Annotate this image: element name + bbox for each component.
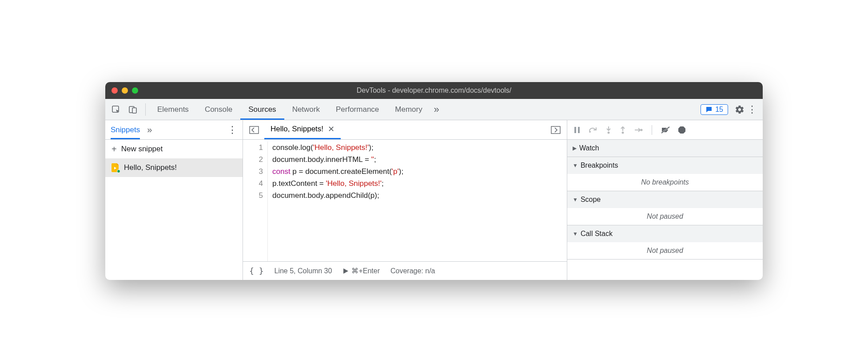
issues-badge[interactable]: 15 [701, 104, 728, 115]
titlebar: DevTools - developer.chrome.com/docs/dev… [105, 82, 763, 99]
debug-section-body: Not paused [567, 242, 763, 259]
svg-point-7 [589, 131, 591, 133]
step-out-icon[interactable] [620, 126, 626, 134]
svg-rect-5 [574, 127, 576, 133]
editor-tab[interactable]: Hello, Snippets! ✕ [264, 120, 341, 139]
pause-exceptions-icon[interactable] [678, 126, 686, 134]
code-area[interactable]: 12345 console.log('Hello, Snippets!');do… [243, 140, 567, 261]
code-lines: console.log('Hello, Snippets!');document… [268, 142, 403, 261]
settings-icon[interactable] [733, 103, 746, 116]
more-menu-icon[interactable]: ⋮ [746, 103, 758, 116]
device-toggle-icon[interactable] [127, 103, 139, 116]
tab-performance[interactable]: Performance [328, 99, 387, 120]
debug-section-watch[interactable]: ▶Watch [567, 140, 763, 157]
window-controls [111, 87, 138, 94]
run-snippet-button[interactable]: ⌘+Enter [342, 267, 380, 275]
more-tabs-icon[interactable]: » [430, 103, 443, 116]
debug-section-body: No breakpoints [567, 174, 763, 191]
debug-section-scope[interactable]: ▼Scope [567, 191, 763, 208]
minimize-window-button[interactable] [122, 87, 128, 94]
snippet-file-icon [111, 163, 119, 172]
close-window-button[interactable] [111, 87, 118, 94]
nav-back-icon[interactable] [247, 126, 261, 134]
tab-memory[interactable]: Memory [387, 99, 430, 120]
editor-status-bar: { } Line 5, Column 30 ⌘+Enter Coverage: … [243, 261, 567, 280]
close-tab-icon[interactable]: ✕ [328, 124, 334, 134]
svg-rect-2 [132, 108, 136, 113]
window-title: DevTools - developer.chrome.com/docs/dev… [357, 87, 512, 94]
main-toolbar: ElementsConsoleSourcesNetworkPerformance… [105, 99, 763, 120]
svg-rect-6 [578, 127, 580, 133]
inspect-element-icon[interactable] [110, 103, 122, 116]
nav-forward-icon[interactable] [549, 126, 562, 134]
step-icon[interactable] [634, 127, 643, 133]
debugger-sidebar: ▶Watch▼BreakpointsNo breakpoints▼ScopeNo… [567, 120, 763, 280]
cursor-position: Line 5, Column 30 [275, 267, 332, 275]
plus-icon: + [111, 144, 117, 154]
tab-elements[interactable]: Elements [149, 99, 197, 120]
tab-network[interactable]: Network [284, 99, 328, 120]
snippet-name: Hello, Snippets! [124, 163, 177, 172]
editor-tab-name: Hello, Snippets! [271, 125, 323, 134]
editor-header: Hello, Snippets! ✕ [243, 120, 567, 140]
sidebar-more-tabs-icon[interactable]: » [147, 125, 152, 135]
zoom-window-button[interactable] [132, 87, 138, 94]
main-content: Snippets » ⋮ + New snippet Hello, Snippe… [105, 120, 763, 280]
disclosure-triangle-icon: ▼ [573, 197, 578, 203]
step-into-icon[interactable] [605, 126, 612, 134]
debugger-toolbar [567, 120, 763, 140]
debug-section-breakpoints[interactable]: ▼Breakpoints [567, 157, 763, 174]
svg-point-9 [622, 131, 624, 134]
issues-count: 15 [715, 106, 723, 114]
new-snippet-label: New snippet [121, 145, 163, 153]
code-editor: Hello, Snippets! ✕ 12345 console.log('He… [243, 120, 567, 280]
debug-section-body: Not paused [567, 208, 763, 225]
tab-console[interactable]: Console [197, 99, 240, 120]
snippet-item[interactable]: Hello, Snippets! [105, 158, 243, 177]
snippets-tab[interactable]: Snippets [111, 121, 140, 139]
svg-point-10 [641, 129, 643, 131]
pretty-print-icon[interactable]: { } [249, 266, 264, 275]
devtools-window: DevTools - developer.chrome.com/docs/dev… [105, 82, 763, 280]
svg-point-8 [608, 131, 610, 134]
svg-rect-3 [250, 126, 259, 134]
run-shortcut: ⌘+Enter [351, 267, 380, 275]
pause-icon[interactable] [573, 126, 581, 134]
panel-tabs: ElementsConsoleSourcesNetworkPerformance… [149, 99, 430, 120]
disclosure-triangle-icon: ▼ [573, 231, 578, 237]
svg-rect-4 [551, 126, 560, 134]
new-snippet-button[interactable]: + New snippet [105, 140, 243, 158]
deactivate-breakpoints-icon[interactable] [661, 126, 670, 134]
sidebar-menu-icon[interactable]: ⋮ [227, 124, 237, 136]
debug-section-call-stack[interactable]: ▼Call Stack [567, 225, 763, 242]
coverage-status: Coverage: n/a [390, 267, 435, 275]
navigator-sidebar: Snippets » ⋮ + New snippet Hello, Snippe… [105, 120, 243, 280]
sidebar-header: Snippets » ⋮ [105, 120, 243, 140]
line-gutter: 12345 [243, 142, 268, 261]
disclosure-triangle-icon: ▶ [573, 145, 577, 151]
disclosure-triangle-icon: ▼ [573, 162, 578, 169]
tab-sources[interactable]: Sources [240, 99, 284, 120]
step-over-icon[interactable] [589, 126, 597, 134]
